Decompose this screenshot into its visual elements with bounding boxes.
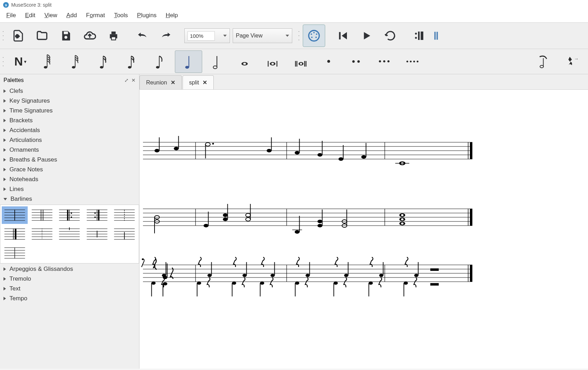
tab-reunion[interactable]: Reunion ✕ (139, 75, 182, 89)
menu-add[interactable]: Add (66, 12, 77, 19)
close-icon[interactable]: ✕ (171, 79, 175, 86)
note-input-mode-button[interactable]: N▾ (7, 50, 34, 73)
rewind-button[interactable] (331, 25, 354, 47)
menu-plugins[interactable]: Plugins (137, 12, 157, 19)
tab-split[interactable]: split ✕ (183, 75, 214, 89)
8th-note-button[interactable] (147, 50, 174, 73)
palette-label: Accidentals (9, 127, 40, 134)
expand-panel-icon[interactable]: ⤢ (124, 77, 129, 83)
svg-point-166 (204, 224, 208, 227)
palette-item-noteheads[interactable]: Noteheads (0, 174, 139, 184)
print-button[interactable] (102, 25, 125, 47)
palette-item-breaths-pauses[interactable]: Breaths & Pauses (0, 155, 139, 165)
palette-item-accidentals[interactable]: Accidentals (0, 125, 139, 135)
barline-normal[interactable] (2, 206, 28, 224)
save-button[interactable] (55, 25, 77, 47)
svg-rect-40 (295, 61, 296, 67)
palette-item-articulations[interactable]: Articulations (0, 135, 139, 145)
new-file-button[interactable] (7, 25, 29, 47)
chevron-icon (4, 119, 6, 122)
dot-button[interactable]: • (315, 50, 342, 73)
half-note-button[interactable] (203, 50, 230, 73)
flip-stem-button[interactable] (529, 50, 557, 73)
quarter-note-button[interactable] (175, 50, 202, 73)
barline-final[interactable] (2, 225, 28, 243)
barline-dotted[interactable] (29, 225, 55, 243)
chevron-icon (4, 148, 6, 152)
palette-item-ornaments[interactable]: Ornaments (0, 145, 139, 155)
zoom-combo[interactable]: 100% (184, 28, 230, 43)
svg-point-199 (142, 259, 144, 260)
close-panel-icon[interactable]: ✕ (131, 77, 136, 83)
chevron-icon (4, 99, 6, 103)
menu-help[interactable]: Help (166, 12, 178, 19)
palette-item-clefs[interactable]: Clefs (0, 86, 139, 96)
svg-point-15 (415, 37, 417, 39)
midi-button[interactable] (303, 25, 325, 47)
palette-item-brackets[interactable]: Brackets (0, 116, 139, 125)
whole-note-button[interactable] (231, 50, 258, 73)
palette-item-grace-notes[interactable]: Grace Notes (0, 165, 139, 174)
barline-start-repeat[interactable] (56, 206, 82, 224)
chevron-icon (4, 297, 6, 300)
palette-label: Articulations (9, 137, 42, 144)
palette-label: Clefs (9, 88, 23, 95)
svg-point-212 (242, 274, 247, 277)
chevron-icon (4, 267, 6, 271)
undo-button[interactable] (131, 25, 153, 47)
svg-text:→: → (574, 56, 577, 61)
upload-cloud-button[interactable] (78, 25, 101, 47)
longa-button[interactable] (287, 50, 314, 73)
barline-double[interactable] (29, 206, 55, 224)
64th-note-button[interactable] (35, 50, 62, 73)
rest-button[interactable]: → (558, 50, 585, 73)
palette-item-time-signatures[interactable]: Time Signatures (0, 106, 139, 116)
barline-end-repeat[interactable] (84, 206, 110, 224)
double-dot-button[interactable]: •• (343, 50, 370, 73)
svg-point-137 (205, 143, 210, 146)
repeat-playback-button[interactable] (408, 25, 430, 47)
zoom-value[interactable]: 100% (187, 31, 215, 41)
palette-item-key-signatures[interactable]: Key Signatures (0, 96, 139, 106)
redo-button[interactable] (155, 25, 177, 47)
barline-short2[interactable] (111, 225, 137, 243)
metronome-button[interactable] (432, 25, 442, 47)
main-toolbar: 100% Page View (0, 22, 588, 49)
svg-rect-17 (421, 32, 424, 40)
16th-alt-note-button[interactable] (91, 50, 118, 73)
menu-format[interactable]: Format (86, 12, 105, 19)
close-icon[interactable]: ✕ (203, 79, 207, 86)
svg-point-188 (401, 222, 404, 225)
score-canvas[interactable] (139, 90, 588, 369)
palette-item-tempo[interactable]: Tempo (0, 294, 139, 303)
svg-rect-92 (15, 229, 16, 239)
quad-dot-button[interactable]: •••• (399, 50, 426, 73)
svg-point-224 (344, 274, 348, 277)
double-whole-button[interactable] (259, 50, 286, 73)
loop-button[interactable] (379, 25, 402, 47)
barline-short[interactable] (84, 225, 110, 243)
menu-edit[interactable]: Edit (25, 12, 35, 19)
window-title: MuseScore 3: split (11, 2, 52, 8)
svg-point-226 (334, 282, 338, 285)
palette-item-tremolo[interactable]: Tremolo (0, 274, 139, 284)
svg-point-9 (311, 34, 312, 35)
barline-single[interactable] (2, 244, 28, 262)
svg-point-206 (151, 282, 156, 285)
barline-dashed[interactable] (111, 206, 137, 224)
menu-file[interactable]: File (6, 12, 16, 19)
triple-dot-button[interactable]: ••• (371, 50, 398, 73)
menu-tools[interactable]: Tools (114, 12, 128, 19)
palette-item-barlines[interactable]: Barlines (0, 194, 139, 204)
palette-item-lines[interactable]: Lines (0, 184, 139, 194)
open-folder-button[interactable] (31, 25, 53, 47)
32nd-note-button[interactable] (63, 50, 90, 73)
barline-tick[interactable] (56, 225, 82, 243)
palette-item-text[interactable]: Text (0, 284, 139, 294)
palette-item-arpeggios-glissandos[interactable]: Arpeggios & Glissandos (0, 264, 139, 274)
view-mode-combo[interactable]: Page View (233, 28, 292, 43)
menu-view[interactable]: View (45, 12, 57, 19)
play-button[interactable] (355, 25, 378, 47)
palette-label: Time Signatures (9, 107, 53, 114)
16th-note-button[interactable] (119, 50, 146, 73)
